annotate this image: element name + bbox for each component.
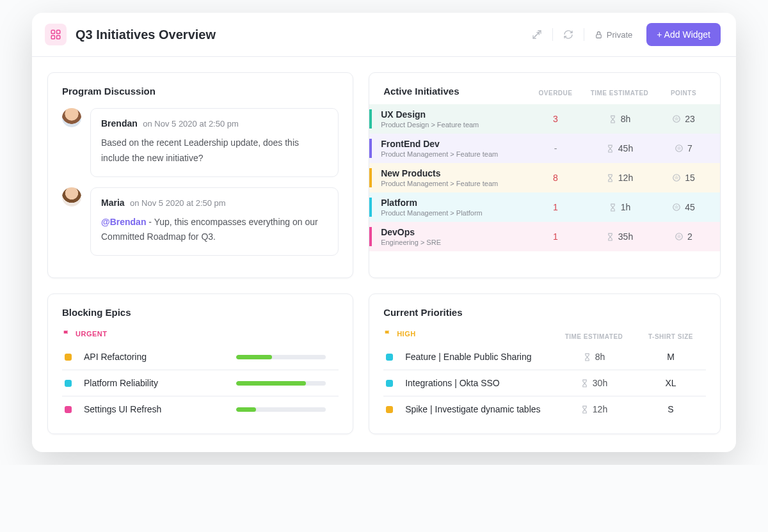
- priority-row[interactable]: Integrations | Okta SSO 30h XL: [383, 370, 706, 396]
- card-title: Program Discussion: [62, 86, 339, 97]
- comment-bubble[interactable]: Brendan on Nov 5 2020 at 2:50 pm Based o…: [90, 108, 339, 177]
- epic-row[interactable]: Settings UI Refresh: [62, 396, 339, 422]
- comment-author: Maria: [101, 198, 125, 208]
- initiative-breadcrumb: Product Management > Feature team: [381, 150, 533, 158]
- star-icon: [675, 232, 684, 241]
- initiative-row[interactable]: UX Design Product Design > Feature team …: [369, 104, 720, 134]
- hourglass-icon: [606, 174, 614, 182]
- avatar[interactable]: [62, 108, 81, 127]
- initiative-breadcrumb: Product Management > Feature team: [381, 180, 533, 187]
- flag-icon: [383, 329, 392, 338]
- mention[interactable]: @Brendan: [101, 217, 146, 227]
- hourglass-icon: [606, 145, 614, 153]
- card-title: Active Initiatives: [383, 86, 459, 97]
- initiative-name: UX Design: [381, 109, 533, 120]
- time-estimated: 45h: [578, 143, 661, 153]
- svg-rect-0: [51, 30, 54, 33]
- privacy-label: Private: [607, 30, 632, 40]
- svg-rect-4: [596, 34, 602, 37]
- refresh-button[interactable]: [557, 23, 580, 46]
- lock-icon: [595, 31, 603, 39]
- color-chip: [386, 354, 393, 361]
- current-priorities-card: Current Priorities HIGH TIME ESTIMATED T…: [369, 293, 721, 434]
- initiatives-list: UX Design Product Design > Feature team …: [369, 104, 720, 251]
- tshirt-size: M: [636, 352, 706, 362]
- initiative-row[interactable]: FrontEnd Dev Product Management > Featur…: [369, 134, 720, 163]
- priority-name: Spike | Investigate dynamic tables: [399, 404, 552, 414]
- flag-text: HIGH: [397, 330, 416, 338]
- column-header-size: T-SHIRT SIZE: [636, 333, 706, 340]
- overdue-count: 3: [533, 114, 578, 124]
- hourglass-icon: [583, 353, 591, 361]
- points: 45: [661, 202, 706, 212]
- dashboard-window: Q3 Initiatives Overview Private + Add Wi…: [32, 13, 736, 452]
- card-title: Current Priorities: [383, 307, 706, 318]
- tshirt-size: S: [636, 404, 706, 414]
- hourglass-icon: [606, 233, 614, 241]
- epic-name: API Refactoring: [77, 352, 236, 362]
- time-estimated: 35h: [578, 231, 661, 242]
- progress-bar: [236, 407, 326, 412]
- active-initiatives-card: Active Initiatives OVERDUE TIME ESTIMATE…: [369, 72, 721, 278]
- expand-icon: [532, 29, 542, 40]
- priority-row[interactable]: Spike | Investigate dynamic tables 12h S: [383, 396, 706, 422]
- initiative-row[interactable]: Platform Product Management > Platform 1…: [369, 192, 720, 222]
- star-icon: [672, 114, 681, 123]
- star-icon: [672, 203, 681, 212]
- svg-rect-1: [57, 30, 60, 33]
- initiative-name: FrontEnd Dev: [381, 139, 533, 149]
- overdue-count: 1: [533, 202, 578, 212]
- epic-row[interactable]: API Refactoring: [62, 344, 339, 370]
- avatar[interactable]: [62, 187, 81, 207]
- divider: [552, 28, 553, 41]
- hourglass-icon: [609, 203, 617, 212]
- column-header-points: POINTS: [661, 90, 706, 97]
- points: 15: [661, 173, 706, 183]
- comment-timestamp: on Nov 5 2020 at 2:50 pm: [130, 198, 226, 208]
- points: 2: [661, 231, 706, 242]
- comment-timestamp: on Nov 5 2020 at 2:50 pm: [143, 119, 239, 129]
- time-estimated: 8h: [552, 352, 636, 362]
- card-title: Blocking Epics: [62, 307, 339, 318]
- initiative-breadcrumb: Product Design > Feature team: [381, 121, 533, 129]
- page-title: Q3 Initiatives Overview: [76, 27, 216, 42]
- color-chip: [386, 380, 393, 387]
- priority-row[interactable]: Feature | Enable Public Sharing 8h M: [383, 344, 706, 370]
- epic-name: Platform Reliability: [77, 378, 236, 388]
- epic-row[interactable]: Platform Reliability: [62, 370, 339, 396]
- comment-body: @Brendan - Yup, this encompasses everyth…: [101, 215, 328, 246]
- time-estimated: 12h: [552, 404, 636, 414]
- initiative-breadcrumb: Product Management > Platform: [381, 209, 533, 217]
- flag-text: URGENT: [76, 330, 107, 338]
- initiative-row[interactable]: DevOps Engineering > SRE 1 35h 2: [369, 222, 720, 251]
- color-chip: [386, 406, 393, 413]
- column-header-overdue: OVERDUE: [533, 90, 578, 97]
- star-icon: [675, 144, 684, 153]
- points: 23: [661, 114, 706, 124]
- window-header: Q3 Initiatives Overview Private + Add Wi…: [32, 13, 736, 57]
- grid-icon: [50, 29, 61, 40]
- svg-rect-3: [57, 36, 60, 39]
- expand-button[interactable]: [525, 23, 548, 46]
- add-widget-button[interactable]: + Add Widget: [646, 23, 721, 46]
- app-logo-badge: [45, 24, 67, 45]
- color-chip: [65, 406, 72, 413]
- comment-author: Brendan: [101, 118, 138, 129]
- comment-bubble[interactable]: Maria on Nov 5 2020 at 2:50 pm @Brendan …: [90, 187, 339, 256]
- color-chip: [65, 354, 72, 361]
- points: 7: [661, 143, 706, 153]
- hourglass-icon: [609, 115, 617, 123]
- program-discussion-card: Program Discussion Brendan on Nov 5 2020…: [47, 72, 353, 278]
- progress-bar: [236, 381, 326, 386]
- priorities-list: Feature | Enable Public Sharing 8h M Int…: [383, 344, 706, 422]
- tshirt-size: XL: [636, 378, 706, 388]
- priority-name: Feature | Enable Public Sharing: [399, 352, 552, 362]
- priority-name: Integrations | Okta SSO: [399, 378, 552, 388]
- epic-name: Settings UI Refresh: [77, 404, 236, 414]
- privacy-indicator[interactable]: Private: [588, 30, 639, 40]
- initiative-name: DevOps: [381, 227, 533, 237]
- progress-bar: [236, 355, 326, 359]
- divider: [584, 28, 584, 41]
- star-icon: [672, 173, 681, 182]
- initiative-row[interactable]: New Products Product Management > Featur…: [369, 163, 720, 192]
